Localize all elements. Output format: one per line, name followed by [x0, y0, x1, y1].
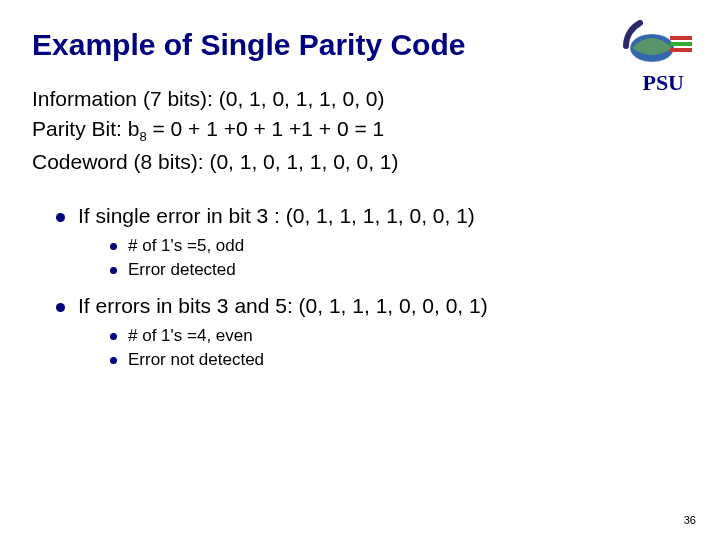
- svg-rect-4: [670, 48, 692, 52]
- bullet-text: If errors in bits 3 and 5: (0, 1, 1, 1, …: [78, 294, 488, 317]
- intro-line-2-post: = 0 + 1 +0 + 1 +1 + 0 = 1: [147, 117, 385, 140]
- sub-list: # of 1's =5, odd Error detected: [78, 236, 688, 280]
- sub-item: # of 1's =5, odd: [110, 236, 688, 256]
- page-number: 36: [684, 514, 696, 526]
- bullet-list: If single error in bit 3 : (0, 1, 1, 1, …: [32, 204, 688, 370]
- subscript-8: 8: [139, 130, 146, 145]
- bullet-item: If single error in bit 3 : (0, 1, 1, 1, …: [56, 204, 688, 280]
- org-logo-icon: [612, 18, 692, 64]
- slide-title: Example of Single Parity Code: [32, 28, 688, 62]
- svg-rect-2: [670, 36, 692, 40]
- sub-list: # of 1's =4, even Error not detected: [78, 326, 688, 370]
- intro-line-1: Information (7 bits): (0, 1, 0, 1, 1, 0,…: [32, 84, 688, 114]
- intro-block: Information (7 bits): (0, 1, 0, 1, 1, 0,…: [32, 84, 688, 178]
- sub-item: Error detected: [110, 260, 688, 280]
- intro-line-2-pre: Parity Bit: b: [32, 117, 139, 140]
- bullet-item: If errors in bits 3 and 5: (0, 1, 1, 1, …: [56, 294, 688, 370]
- intro-line-3: Codeword (8 bits): (0, 1, 0, 1, 1, 0, 0,…: [32, 147, 688, 177]
- sub-item: # of 1's =4, even: [110, 326, 688, 346]
- svg-rect-3: [670, 42, 692, 46]
- sub-item: Error not detected: [110, 350, 688, 370]
- bullet-text: If single error in bit 3 : (0, 1, 1, 1, …: [78, 204, 475, 227]
- brand-text: PSU: [642, 70, 684, 96]
- intro-line-2: Parity Bit: b8 = 0 + 1 +0 + 1 +1 + 0 = 1: [32, 114, 688, 147]
